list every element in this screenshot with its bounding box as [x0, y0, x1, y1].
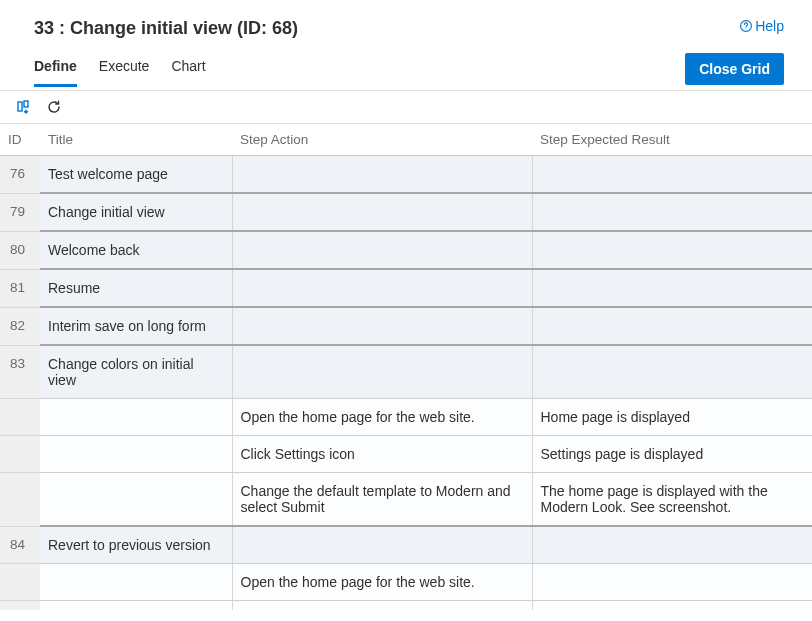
- cell-id[interactable]: 80: [0, 231, 40, 269]
- cell-action[interactable]: [232, 345, 532, 399]
- cell-title[interactable]: [40, 399, 232, 436]
- tab-chart[interactable]: Chart: [171, 58, 205, 87]
- cell-expected[interactable]: Home page is displayed: [532, 399, 812, 436]
- cell-action[interactable]: Open the home page for the web site.: [232, 564, 532, 601]
- cell-title[interactable]: [40, 601, 232, 611]
- cell-title[interactable]: Welcome back: [40, 231, 232, 269]
- cell-title[interactable]: Revert to previous version: [40, 526, 232, 564]
- cell-action[interactable]: [232, 269, 532, 307]
- table-row[interactable]: 81Resume: [0, 269, 812, 307]
- cell-action[interactable]: Click Settings icon.: [232, 601, 532, 611]
- table-row[interactable]: 76Test welcome page: [0, 156, 812, 194]
- table-row[interactable]: Open the home page for the web site.Home…: [0, 399, 812, 436]
- cell-id[interactable]: 79: [0, 193, 40, 231]
- cell-expected[interactable]: [532, 193, 812, 231]
- refresh-icon[interactable]: [46, 99, 62, 115]
- cell-title[interactable]: [40, 473, 232, 527]
- cell-title[interactable]: Change colors on initial view: [40, 345, 232, 399]
- cell-id[interactable]: 84: [0, 526, 40, 564]
- grid-toolbar: [0, 91, 812, 124]
- cell-id[interactable]: [0, 564, 40, 601]
- table-row[interactable]: 84Revert to previous version: [0, 526, 812, 564]
- cell-action[interactable]: Open the home page for the web site.: [232, 399, 532, 436]
- cell-action[interactable]: [232, 193, 532, 231]
- cell-action[interactable]: [232, 526, 532, 564]
- col-header-title[interactable]: Title: [40, 124, 232, 156]
- help-label: Help: [755, 18, 784, 34]
- cell-action[interactable]: [232, 156, 532, 194]
- table-row[interactable]: Click Settings iconSettings page is disp…: [0, 436, 812, 473]
- cell-id[interactable]: 82: [0, 307, 40, 345]
- cell-action[interactable]: Change the default template to Modern an…: [232, 473, 532, 527]
- cell-id[interactable]: 81: [0, 269, 40, 307]
- cell-expected[interactable]: [532, 345, 812, 399]
- table-row[interactable]: Change the default template to Modern an…: [0, 473, 812, 527]
- help-icon: [739, 19, 753, 33]
- svg-point-1: [746, 28, 747, 29]
- cell-expected[interactable]: [532, 231, 812, 269]
- cell-title[interactable]: Interim save on long form: [40, 307, 232, 345]
- cell-id[interactable]: [0, 473, 40, 527]
- svg-rect-2: [18, 102, 22, 111]
- help-link[interactable]: Help: [739, 18, 784, 34]
- cell-expected[interactable]: The home page is displayed with the Mode…: [532, 473, 812, 527]
- table-row[interactable]: Click Settings icon.: [0, 601, 812, 611]
- cell-id[interactable]: 83: [0, 345, 40, 399]
- table-row[interactable]: 82Interim save on long form: [0, 307, 812, 345]
- cell-expected[interactable]: Settings page is displayed: [532, 436, 812, 473]
- cell-action[interactable]: [232, 231, 532, 269]
- tab-bar: Define Execute Chart: [34, 58, 206, 87]
- cell-expected[interactable]: [532, 564, 812, 601]
- cell-title[interactable]: Test welcome page: [40, 156, 232, 194]
- cell-expected[interactable]: [532, 269, 812, 307]
- table-row[interactable]: 83Change colors on initial view: [0, 345, 812, 399]
- cell-id[interactable]: [0, 601, 40, 611]
- cell-id[interactable]: [0, 436, 40, 473]
- col-header-action[interactable]: Step Action: [232, 124, 532, 156]
- table-row[interactable]: 80Welcome back: [0, 231, 812, 269]
- cell-expected[interactable]: [532, 156, 812, 194]
- close-grid-button[interactable]: Close Grid: [685, 53, 784, 85]
- col-header-id[interactable]: ID: [0, 124, 40, 156]
- page-title: 33 : Change initial view (ID: 68): [34, 18, 298, 39]
- cell-id[interactable]: 76: [0, 156, 40, 194]
- table-row[interactable]: Open the home page for the web site.: [0, 564, 812, 601]
- table-row[interactable]: 79Change initial view: [0, 193, 812, 231]
- cell-title[interactable]: [40, 436, 232, 473]
- col-header-expected[interactable]: Step Expected Result: [532, 124, 812, 156]
- cell-action[interactable]: Click Settings icon: [232, 436, 532, 473]
- test-steps-table: ID Title Step Action Step Expected Resul…: [0, 124, 812, 610]
- cell-id[interactable]: [0, 399, 40, 436]
- tab-define[interactable]: Define: [34, 58, 77, 87]
- cell-title[interactable]: [40, 564, 232, 601]
- tab-execute[interactable]: Execute: [99, 58, 150, 87]
- cell-title[interactable]: Change initial view: [40, 193, 232, 231]
- cell-action[interactable]: [232, 307, 532, 345]
- cell-expected[interactable]: [532, 526, 812, 564]
- cell-expected[interactable]: [532, 601, 812, 611]
- column-options-icon[interactable]: [16, 99, 32, 115]
- svg-rect-3: [24, 101, 28, 107]
- cell-expected[interactable]: [532, 307, 812, 345]
- cell-title[interactable]: Resume: [40, 269, 232, 307]
